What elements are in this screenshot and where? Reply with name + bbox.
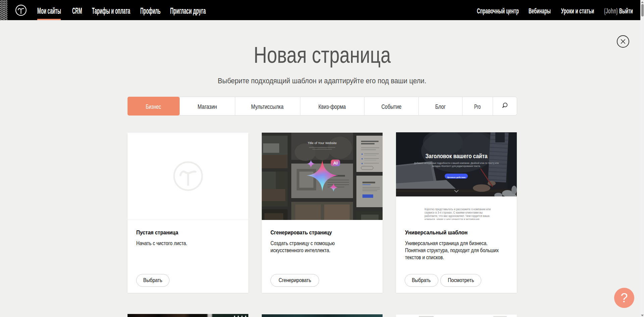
svg-text:Title of Your Website: Title of Your Website [308, 141, 337, 145]
svg-text:AI: AI [333, 161, 338, 166]
